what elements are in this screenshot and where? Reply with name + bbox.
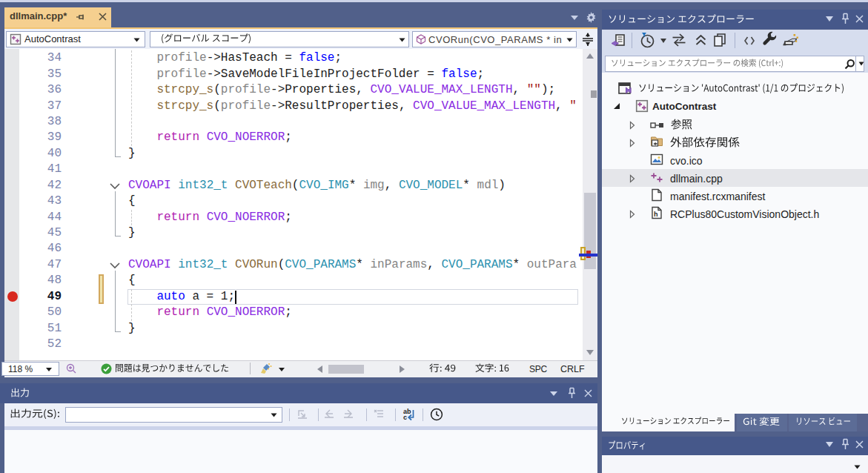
svg-text:h: h bbox=[654, 211, 658, 218]
svg-text:c: c bbox=[403, 414, 407, 421]
